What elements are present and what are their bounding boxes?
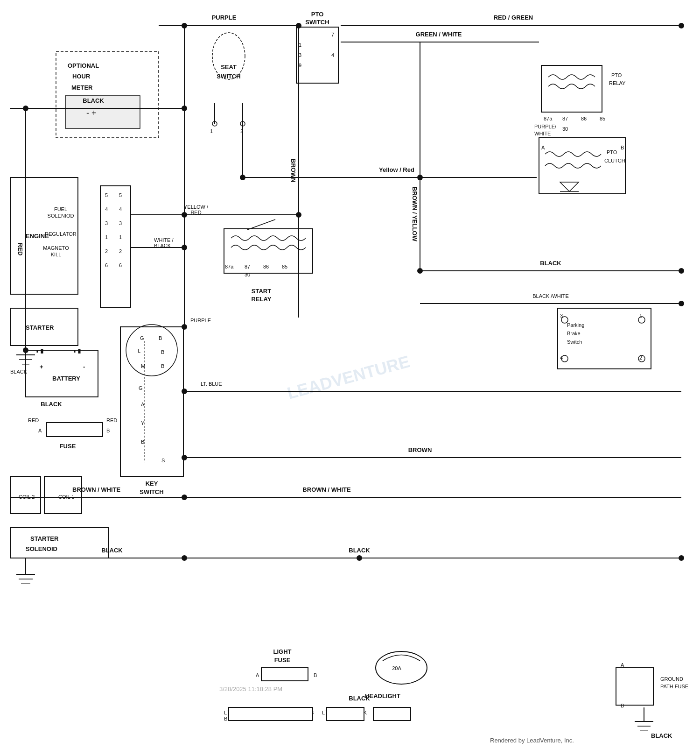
purple-vert-label: PURPLE [190, 318, 211, 323]
yellow-red-mid: Yellow / Red [379, 166, 414, 173]
black-white-label: BLACK /WHITE [532, 293, 569, 299]
parking-brake-box [558, 308, 651, 369]
light-fuse-label2: FUSE [274, 657, 291, 664]
svg-text:Y: Y [141, 420, 145, 426]
start-relay-label2: RELAY [252, 296, 272, 303]
key-switch-label: KEY [146, 480, 158, 487]
key-switch-box [120, 327, 183, 476]
svg-text:A: A [256, 672, 259, 678]
brown-white-label-l: BROWN / WHITE [72, 486, 121, 493]
svg-point-133 [679, 555, 684, 561]
pto-clutch-label: PTO [607, 149, 617, 155]
black-bot-label: BLACK [101, 547, 123, 554]
black-ground-label: BLACK [651, 732, 672, 739]
svg-text:4: 4 [119, 206, 122, 212]
svg-point-122 [417, 268, 423, 274]
svg-point-116 [182, 245, 187, 250]
pto-clutch-label2: CLUTCH [604, 158, 625, 163]
svg-text:KILL: KILL [51, 252, 62, 257]
lt-blue-label: LT. BLUE [201, 381, 222, 387]
svg-point-118 [240, 175, 245, 180]
rendered-by-label: Rendered by LeadVenture, Inc. [490, 737, 574, 744]
svg-text:S: S [161, 458, 165, 463]
svg-point-129 [357, 555, 362, 561]
svg-text:86: 86 [263, 264, 269, 269]
svg-point-131 [679, 268, 684, 274]
parking-brake-label2: Brake [567, 331, 581, 336]
svg-point-121 [417, 175, 423, 180]
svg-text:BLACK: BLACK [10, 369, 28, 374]
timestamp-label: 3/28/2025 11:18:28 PM [219, 685, 282, 692]
svg-text:B: B [314, 672, 317, 678]
svg-text:FUEL: FUEL [54, 206, 67, 212]
svg-rect-134 [229, 707, 313, 721]
black-bot-label2: BLACK [349, 547, 370, 554]
optional-label: OPTIONAL [68, 62, 99, 69]
light-fuse-box [261, 668, 308, 681]
svg-point-119 [296, 23, 301, 28]
pto-relay-label2: RELAY [609, 80, 626, 86]
battery-pos: + [40, 363, 43, 370]
svg-text:5: 5 [119, 192, 122, 198]
svg-text:3: 3 [119, 220, 122, 226]
svg-point-132 [679, 301, 684, 306]
brown-white-label: BROWN / WHITE [302, 486, 351, 493]
svg-point-125 [182, 389, 187, 394]
svg-point-130 [679, 23, 684, 28]
svg-rect-135 [327, 707, 364, 721]
starter-label: STARTER [26, 324, 54, 331]
svg-text:30: 30 [245, 272, 250, 277]
purple-white-label: PURPLE/ [534, 124, 557, 129]
svg-text:B: B [106, 428, 110, 433]
starter-solenoid-label: STARTER [30, 535, 59, 542]
ground-fuse-label2: PATH FUSE [660, 684, 688, 689]
svg-point-127 [182, 495, 187, 500]
svg-text:RED: RED [106, 417, 117, 423]
wiring-diagram-container: LEADVENTURE OPTIONAL HOUR METER - + ENGI… [0, 0, 700, 749]
svg-text:A: A [541, 145, 545, 150]
svg-text:85: 85 [600, 116, 605, 121]
svg-text:B: B [621, 145, 624, 150]
black-wire-hdlt: BLACK [349, 695, 370, 702]
headlight-label: HEADLIGHT [365, 692, 400, 700]
red-green-label: RED / GREEN [494, 14, 533, 21]
brown-vert-label: BROWN [290, 159, 297, 183]
svg-text:SOLENIOD: SOLENIOD [48, 213, 74, 219]
battery-box [26, 350, 98, 397]
svg-text:30: 30 [562, 126, 568, 132]
pto-relay-box [541, 65, 602, 112]
svg-text:B: B [141, 439, 144, 445]
brown-horiz-label: BROWN [408, 446, 432, 453]
svg-text:87: 87 [562, 116, 568, 121]
svg-text:REGULATOR: REGULATOR [45, 231, 76, 237]
svg-text:A: A [38, 428, 42, 433]
hour-label: HOUR [72, 73, 91, 80]
svg-text:1: 1 [119, 234, 122, 240]
svg-text:2: 2 [105, 248, 108, 254]
black-top-label: BLACK [83, 97, 104, 104]
green-white-label: GREEN / WHITE [416, 31, 462, 38]
svg-point-126 [182, 455, 187, 460]
svg-point-123 [23, 106, 28, 111]
svg-text:4: 4 [105, 206, 108, 212]
svg-point-117 [182, 324, 187, 330]
svg-point-128 [182, 555, 187, 561]
white-black-label2: BLACK [154, 243, 171, 248]
svg-text:20A: 20A [392, 665, 401, 671]
fuse-box [47, 423, 103, 437]
starter-solenoid-label2: SOLENOID [26, 545, 57, 552]
svg-point-113 [182, 23, 187, 28]
svg-rect-136 [373, 707, 411, 721]
svg-text:2: 2 [119, 248, 122, 254]
pto-switch-label2: SWITCH [305, 19, 329, 26]
svg-text:A: A [621, 662, 624, 668]
seat-switch-label2: SWITCH [217, 73, 240, 80]
svg-text:6: 6 [105, 262, 108, 268]
black-label-battery: BLACK [41, 401, 62, 408]
red-vert-label: RED [17, 243, 24, 255]
seat-switch-label: SEAT [221, 64, 237, 71]
svg-text:4: 4 [331, 52, 334, 58]
ground-fuse-label: GROUND [660, 676, 683, 682]
svg-text:B: B [161, 349, 164, 355]
meter-label: METER [71, 84, 93, 91]
